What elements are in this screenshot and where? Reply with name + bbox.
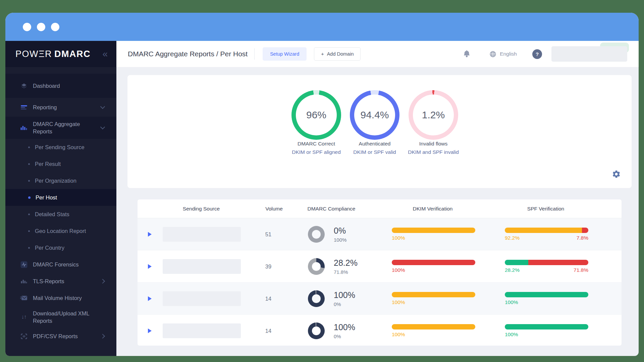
user-account-area[interactable]: [551, 46, 627, 62]
sidebar-item-label: TLS-Reports: [33, 278, 64, 285]
spf-bar-cell: 92.2%7.8%: [505, 228, 588, 241]
window-control-dot[interactable]: [23, 23, 31, 31]
spf-bar-cell: 100%: [505, 324, 588, 338]
volume-value: 39: [265, 263, 271, 269]
page-header: DMARC Aggregate Reports / Per Host Setup…: [116, 41, 639, 67]
sending-source-redacted: [163, 259, 241, 274]
sidebar-collapse-button[interactable]: «: [102, 49, 108, 59]
sidebar-item-label: Download/Upload XML Reports: [33, 310, 95, 325]
sidebar-item-per-organization[interactable]: Per Organization: [5, 172, 116, 189]
sidebar-item-per-host[interactable]: Per Host: [5, 189, 116, 206]
compliance-donut: [308, 258, 325, 275]
sidebar-item-label: Per Result: [35, 161, 61, 167]
table-row: 39 28.2% 71.8% 100% 28.2%71.8%: [138, 250, 622, 282]
donut-value: 96%: [296, 95, 337, 135]
column-dkim-verification: DKIM Verification: [413, 206, 453, 212]
app-window: POWΞRDMARC « Dashboard: [5, 13, 639, 356]
spf-bar: [505, 228, 588, 233]
compliance-donut: [308, 322, 325, 339]
compliance-sub-value: 0%: [334, 301, 355, 307]
dkim-bar-cell: 100%: [392, 228, 475, 241]
help-icon[interactable]: ?: [532, 49, 542, 59]
sidebar-item-label: DMARC Aggregate Reports: [33, 120, 95, 135]
table-row: 51 0% 100% 100% 92.2%7.8%: [138, 218, 622, 250]
sidebar-item-mail-volume-history[interactable]: Mail Volume History: [5, 290, 116, 306]
dkim-bar-cell: 100%: [392, 260, 475, 273]
compliance-value: 0%: [334, 226, 346, 236]
donut-ring: 96%: [291, 90, 341, 140]
volume-value: 14: [265, 295, 271, 302]
expand-row-icon[interactable]: [148, 232, 152, 237]
sidebar-item-dmarc-aggregate-reports[interactable]: DMARC Aggregate Reports: [5, 117, 116, 139]
compliance-value: 100%: [334, 290, 355, 300]
window-control-dot[interactable]: [37, 23, 45, 31]
sending-source-redacted: [163, 323, 241, 338]
window-control-dot[interactable]: [51, 23, 59, 31]
sidebar-item-geo-location-report[interactable]: Geo Location Report: [5, 223, 116, 239]
volume-value: 51: [265, 231, 271, 237]
sidebar-item-per-sending-source[interactable]: Per Sending Source: [5, 139, 116, 156]
column-sending-source: Sending Source: [183, 206, 220, 212]
dkim-bar: [392, 260, 475, 265]
dkim-bar: [392, 228, 475, 233]
donut-authenticated: 94.4%: [350, 90, 399, 140]
spf-bar-labels: 100%: [505, 299, 588, 305]
sidebar-item-download-upload-xml-reports[interactable]: ↓↑ Download/Upload XML Reports: [5, 306, 116, 328]
sidebar-item-dmarc-forensics[interactable]: DMARC Forensics: [5, 256, 116, 273]
table-row: 14 100% 0% 100% 100%: [138, 282, 622, 314]
sending-source-redacted: [163, 291, 241, 306]
compliance-donut: [308, 226, 325, 243]
add-domain-button[interactable]: + Add Domain: [314, 47, 361, 61]
dkim-bar: [392, 292, 475, 297]
sidebar-item-per-country[interactable]: Per Country: [5, 239, 116, 256]
sidebar-item-per-result[interactable]: Per Result: [5, 156, 116, 172]
sidebar: POWΞRDMARC « Dashboard: [5, 41, 116, 356]
page-title: DMARC Aggregate Reports / Per Host: [128, 50, 248, 58]
sidebar-item-label: Per Country: [35, 245, 64, 251]
sidebar-item-detailed-stats[interactable]: Detailed Stats: [5, 206, 116, 223]
sidebar-item-label: Per Host: [36, 194, 57, 201]
chevron-right-icon: [100, 279, 105, 284]
expand-row-icon[interactable]: [148, 264, 152, 269]
bullet-icon: [28, 214, 30, 215]
reports-table: Sending Source Volume DMARC Compliance D…: [138, 199, 622, 346]
spf-bar-labels: 92.2%7.8%: [505, 235, 588, 241]
donut-ring: 94.4%: [350, 90, 399, 140]
redacted-user-info: [551, 46, 627, 62]
expand-row-icon[interactable]: [148, 328, 152, 333]
donut-value: 1.2%: [413, 95, 454, 135]
spf-bar-labels: 100%: [505, 331, 588, 338]
sidebar-item-label: Per Organization: [35, 178, 76, 184]
sidebar-item-dashboard[interactable]: Dashboard: [5, 74, 116, 98]
sidebar-item-label: Reporting: [33, 104, 57, 111]
donut-invalid-flows: 1.2%: [409, 90, 458, 140]
chevron-down-icon: [100, 125, 105, 129]
settings-gear-icon[interactable]: [612, 170, 621, 180]
plus-icon: +: [321, 51, 324, 57]
setup-wizard-button[interactable]: Setup Wizard: [263, 47, 307, 61]
chevron-down-icon: [100, 104, 105, 109]
compliance-cell: 0% 100%: [308, 226, 346, 243]
compliance-cell: 100% 0%: [308, 290, 355, 307]
spf-bar: [505, 324, 588, 329]
compliance-sub-value: 71.8%: [334, 269, 358, 275]
sidebar-item-label: Dashboard: [33, 82, 60, 89]
bullet-icon: [28, 163, 30, 165]
expand-row-icon[interactable]: [148, 296, 152, 301]
forensics-icon: [19, 261, 28, 268]
compliance-cell: 100% 0%: [308, 322, 355, 339]
compliance-value: 100%: [334, 322, 355, 332]
sidebar-item-label: PDF/CSV Reports: [33, 333, 78, 340]
bullet-icon: [28, 230, 30, 232]
sidebar-item-pdf-csv-reports[interactable]: PDF/CSV Reports: [5, 328, 116, 345]
window-titlebar: [5, 13, 639, 41]
sidebar-item-label: DMARC Forensics: [33, 261, 79, 268]
summary-panel: 96% DMARC Correct DKIM or SPF aligned 94…: [127, 75, 632, 188]
app-logo: POWΞRDMARC: [15, 49, 91, 59]
language-selector[interactable]: English: [489, 51, 517, 58]
donut-label-invalid-flows: Invalid flows DKIM and SPF invalid: [390, 141, 477, 155]
sidebar-item-tls-reports[interactable]: TLS-Reports: [5, 273, 116, 290]
notification-bell-icon[interactable]: [463, 50, 471, 58]
sidebar-item-reporting[interactable]: Reporting: [5, 98, 116, 117]
column-volume: Volume: [265, 206, 283, 212]
